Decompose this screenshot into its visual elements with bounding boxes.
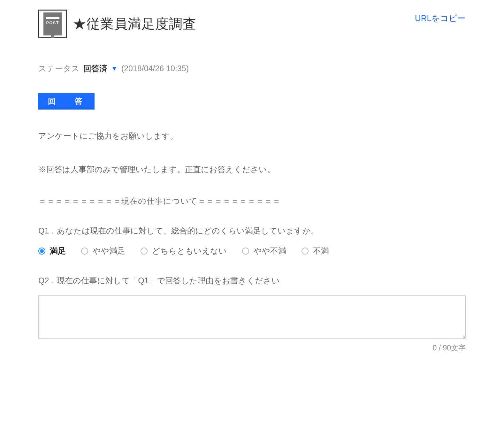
q1-option-2[interactable]: どちらともいえない xyxy=(141,246,227,256)
form-container: URLをコピー POST ★従業員満足度調査 ステータス 回答済 ▼ (2018… xyxy=(0,0,504,366)
q1-radio-group: 満足 やや満足 どちらともいえない やや不満 不満 xyxy=(38,246,466,256)
radio-label: 不満 xyxy=(313,246,329,256)
title-row: POST ★従業員満足度調査 xyxy=(38,10,466,38)
radio-label: 満足 xyxy=(50,246,66,256)
postbox-icon-label: POST xyxy=(43,21,62,25)
tab-answer[interactable]: 回 答 xyxy=(38,93,95,110)
radio-label: どちらともいえない xyxy=(152,246,227,256)
status-date: (2018/04/26 10:35) xyxy=(121,64,189,73)
radio-icon xyxy=(141,248,148,255)
status-value: 回答済 xyxy=(83,63,107,74)
chevron-down-icon[interactable]: ▼ xyxy=(111,65,118,72)
body-text: アンケートにご協力をお願いします。 ※回答は人事部のみで管理いたします。正直にお… xyxy=(38,129,466,177)
radio-icon xyxy=(81,248,88,255)
question-q1: Q1．あなたは現在の仕事に対して、総合的にどのくらい満足していますか。 xyxy=(38,225,466,236)
intro-text-2: ※回答は人事部のみで管理いたします。正直にお答えください。 xyxy=(38,162,466,177)
radio-icon xyxy=(38,248,45,255)
status-label: ステータス xyxy=(38,63,80,74)
page-title: ★従業員満足度調査 xyxy=(73,15,196,33)
radio-label: やや満足 xyxy=(93,246,125,256)
q1-option-3[interactable]: やや不満 xyxy=(242,246,286,256)
q1-option-4[interactable]: 不満 xyxy=(302,246,329,256)
question-q2: Q2．現在の仕事に対して「Q1」で回答した理由をお書きください xyxy=(38,275,466,286)
q1-option-1[interactable]: やや満足 xyxy=(81,246,125,256)
copy-url-link[interactable]: URLをコピー xyxy=(415,13,466,24)
q1-option-0[interactable]: 満足 xyxy=(38,246,66,256)
radio-label: やや不満 xyxy=(254,246,286,256)
char-count: 0 / 90文字 xyxy=(38,343,466,353)
q2-textarea[interactable] xyxy=(38,295,466,339)
radio-icon xyxy=(242,248,249,255)
intro-text-1: アンケートにご協力をお願いします。 xyxy=(38,129,466,143)
section-divider: ＝＝＝＝＝＝＝＝＝＝現在の仕事について＝＝＝＝＝＝＝＝＝＝ xyxy=(38,196,466,206)
status-row: ステータス 回答済 ▼ (2018/04/26 10:35) xyxy=(38,63,466,74)
radio-icon xyxy=(302,248,309,255)
postbox-icon: POST xyxy=(38,10,67,38)
